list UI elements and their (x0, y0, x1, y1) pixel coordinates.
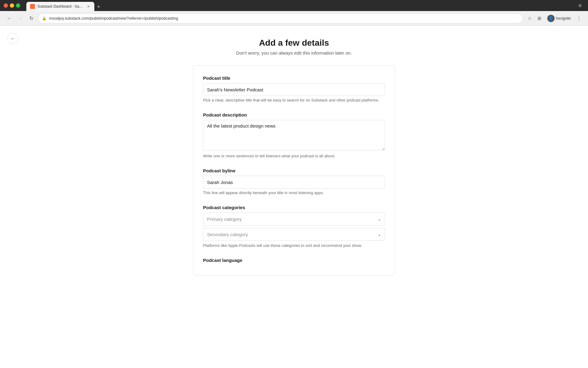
podcast-description-input[interactable]: All the latest product design news (203, 120, 385, 151)
primary-category-select[interactable]: Primary category (203, 213, 385, 225)
page-subtitle: Don't worry, you can always edit this in… (193, 50, 395, 56)
podcast-description-section: Podcast description All the latest produ… (203, 112, 385, 158)
podcast-byline-hint: This line will appear directly beneath y… (203, 190, 385, 195)
chrome-menu-button[interactable]: ⋮ (575, 14, 583, 23)
podcast-byline-input[interactable] (203, 176, 385, 189)
page-content: ← Add a few details Don't worry, you can… (0, 26, 588, 368)
podcast-description-label: Podcast description (203, 112, 385, 117)
traffic-light-green[interactable] (16, 3, 20, 8)
lock-icon: 🔒 (42, 16, 47, 21)
chrome-more-button[interactable]: ≡ (576, 1, 584, 10)
incognito-label: Incognito (556, 16, 571, 21)
secondary-category-group: Secondary category ⌄ (203, 228, 385, 241)
traffic-light-yellow[interactable] (10, 3, 14, 8)
podcast-title-input[interactable] (203, 83, 385, 96)
refresh-button[interactable]: ↻ (27, 14, 36, 23)
bookmark-button[interactable]: ☆ (525, 14, 534, 23)
address-bar[interactable]: 🔒 moodjoy.substack.com/publish/podcast/n… (38, 13, 523, 23)
podcast-description-hint: Write one or more sentences to tell list… (203, 154, 385, 158)
nav-bar: ← → ↻ 🔒 moodjoy.substack.com/publish/pod… (0, 11, 588, 26)
podcast-categories-hint: Platforms like Apple Podcasts will use t… (203, 243, 385, 248)
browser-chrome: Substack Dashboard - Sarah's ✕ + ≡ (0, 0, 588, 11)
back-nav-button[interactable]: ← (5, 14, 13, 23)
tab-close-button[interactable]: ✕ (86, 4, 91, 9)
podcast-language-section: Podcast language (203, 258, 385, 263)
primary-category-wrapper: Primary category ⌄ (203, 213, 385, 225)
address-text: moodjoy.substack.com/publish/podcast/new… (49, 16, 519, 21)
browser-tab-active[interactable]: Substack Dashboard - Sarah's ✕ (26, 2, 94, 11)
browser-tab-title: Substack Dashboard - Sarah's (37, 4, 83, 9)
form-card: Podcast title Pick a clear, descriptive … (193, 65, 395, 275)
podcast-categories-label: Podcast categories (203, 205, 385, 210)
profile-button[interactable]: 👤 Incognito (545, 14, 573, 23)
incognito-icon: 👤 (547, 15, 555, 22)
traffic-light-red[interactable] (4, 3, 8, 8)
browser-tabs: Substack Dashboard - Sarah's ✕ + (26, 0, 103, 11)
podcast-title-label: Podcast title (203, 75, 385, 81)
substack-favicon (30, 4, 35, 9)
traffic-lights (4, 3, 20, 8)
secondary-category-wrapper: Secondary category ⌄ (203, 228, 385, 241)
page-title: Add a few details (193, 38, 395, 48)
podcast-title-section: Podcast title Pick a clear, descriptive … (203, 75, 385, 102)
primary-category-group: Primary category ⌄ (203, 213, 385, 225)
back-page-button[interactable]: ← (7, 33, 18, 44)
extension-button[interactable]: ⊞ (535, 14, 544, 23)
podcast-byline-section: Podcast byline This line will appear dir… (203, 168, 385, 195)
podcast-categories-section: Podcast categories Primary category ⌄ Se… (203, 205, 385, 248)
form-container: Add a few details Don't worry, you can a… (187, 26, 401, 288)
forward-nav-button[interactable]: → (16, 14, 24, 23)
nav-actions: ☆ ⊞ 👤 Incognito ⋮ (525, 14, 583, 23)
new-tab-button[interactable]: + (94, 2, 103, 11)
secondary-category-select[interactable]: Secondary category (203, 228, 385, 241)
podcast-language-label: Podcast language (203, 258, 385, 263)
podcast-title-hint: Pick a clear, descriptive title that wil… (203, 98, 385, 102)
podcast-byline-label: Podcast byline (203, 168, 385, 173)
